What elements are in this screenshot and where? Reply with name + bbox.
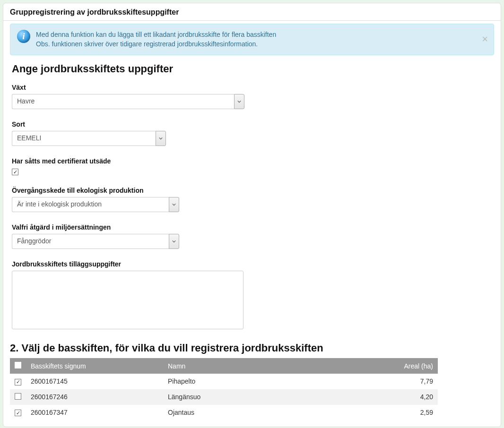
col-signum: Basskiftets signum xyxy=(26,358,163,374)
section-2-title: 2. Välj de basskiften, för vilka du vill… xyxy=(10,342,494,354)
signum-cell: 2600167145 xyxy=(26,374,163,389)
chevron-down-icon[interactable] xyxy=(169,197,179,212)
variety-select[interactable]: EEMELI xyxy=(12,131,166,146)
close-icon[interactable]: × xyxy=(482,34,488,44)
info-text: Med denna funktion kan du lägga till ett… xyxy=(36,30,276,49)
name-cell: Längänsuo xyxy=(163,389,381,405)
select-all-checkbox[interactable] xyxy=(15,362,21,368)
variety-value: EEMELI xyxy=(12,131,156,146)
transition-select[interactable]: Är inte i ekologisk produktion xyxy=(12,197,179,212)
table-row: 2600167145Pihapelto7,79 xyxy=(10,374,438,389)
chevron-down-icon[interactable] xyxy=(156,131,166,146)
signum-cell: 2600167347 xyxy=(26,405,163,420)
name-cell: Ojantaus xyxy=(163,405,381,420)
table-row: 2600167246Längänsuo4,20 xyxy=(10,389,438,405)
env-action-select[interactable]: Fånggrödor xyxy=(12,234,179,249)
col-name: Namn xyxy=(163,358,381,374)
chevron-down-icon[interactable] xyxy=(169,234,179,249)
row-checkbox-cell xyxy=(10,405,26,420)
name-cell: Pihapelto xyxy=(163,374,381,389)
plant-group: Växt Havre xyxy=(12,84,494,109)
signum-cell: 2600167246 xyxy=(26,389,163,405)
row-checkbox[interactable] xyxy=(15,393,21,400)
col-area: Areal (ha) xyxy=(381,358,438,374)
group-registration-card: Gruppregistrering av jordbruksskiftesupp… xyxy=(3,3,501,427)
plant-select[interactable]: Havre xyxy=(12,94,244,109)
area-cell: 4,20 xyxy=(381,389,438,405)
row-checkbox-cell xyxy=(10,389,26,405)
extra-label: Jordbruksskiftets tilläggsuppgifter xyxy=(12,260,494,268)
row-checkbox-cell xyxy=(10,374,26,389)
certified-checkbox[interactable] xyxy=(12,169,18,175)
extra-group: Jordbruksskiftets tilläggsuppgifter xyxy=(12,260,494,331)
env-action-group: Valfri åtgärd i miljöersättningen Fånggr… xyxy=(12,223,494,249)
env-action-value: Fånggrödor xyxy=(12,234,169,249)
row-checkbox[interactable] xyxy=(15,410,21,416)
area-cell: 2,59 xyxy=(381,405,438,420)
chevron-down-icon[interactable] xyxy=(234,94,244,109)
info-alert: i Med denna funktion kan du lägga till e… xyxy=(10,24,494,55)
variety-label: Sort xyxy=(12,120,494,128)
table-row: 2600167347Ojantaus2,59 xyxy=(10,405,438,420)
variety-group: Sort EEMELI xyxy=(12,120,494,146)
info-line2: Obs. funktionen skriver över tidigare re… xyxy=(36,39,276,49)
card-title: Gruppregistrering av jordbruksskiftesupp… xyxy=(3,3,501,21)
plant-value: Havre xyxy=(12,94,234,109)
header-checkbox-cell xyxy=(10,358,26,374)
parcel-table: Basskiftets signum Namn Areal (ha) 26001… xyxy=(10,358,438,420)
plant-label: Växt xyxy=(12,84,494,91)
row-checkbox[interactable] xyxy=(15,379,21,385)
transition-group: Övergångsskede till ekologisk produktion… xyxy=(12,187,494,212)
certified-group: Har såtts med certifierat utsäde xyxy=(12,157,494,176)
transition-label: Övergångsskede till ekologisk produktion xyxy=(12,187,494,194)
area-cell: 7,79 xyxy=(381,374,438,389)
card-body: i Med denna funktion kan du lägga till e… xyxy=(3,21,501,427)
info-line1: Med denna funktion kan du lägga till ett… xyxy=(36,30,276,39)
transition-value: Är inte i ekologisk produktion xyxy=(12,197,169,212)
extra-textarea[interactable] xyxy=(12,271,243,329)
env-action-label: Valfri åtgärd i miljöersättningen xyxy=(12,223,494,231)
section-1-title: Ange jordbruksskiftets uppgifter xyxy=(12,63,494,75)
certified-label: Har såtts med certifierat utsäde xyxy=(12,157,494,165)
info-icon: i xyxy=(17,30,30,43)
